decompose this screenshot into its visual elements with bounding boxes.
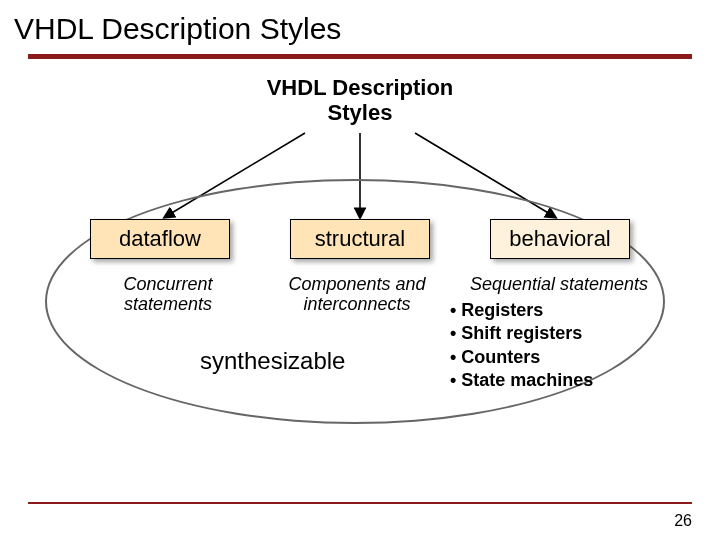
bullet-item: • Registers	[450, 299, 593, 322]
sub-structural: Components and interconnects	[272, 275, 442, 315]
bullet-text: Counters	[461, 347, 540, 367]
bullet-item: • State machines	[450, 369, 593, 392]
node-dataflow-label: dataflow	[119, 226, 201, 251]
bullet-item: • Counters	[450, 346, 593, 369]
page-number: 26	[674, 512, 692, 530]
bullet-item: • Shift registers	[450, 322, 593, 345]
node-behavioral-label: behavioral	[509, 226, 611, 251]
slide-title: VHDL Description Styles	[0, 0, 720, 54]
node-dataflow: dataflow	[90, 219, 230, 259]
synthesizable-label: synthesizable	[200, 347, 345, 375]
root-node-label: VHDL DescriptionStyles	[267, 75, 454, 126]
sub-dataflow: Concurrent statements	[98, 275, 238, 315]
diagram: VHDL DescriptionStyles dataflow structur…	[0, 59, 720, 459]
sub-behavioral: Sequential statements	[470, 275, 680, 295]
behavioral-bullets: • Registers • Shift registers • Counters…	[450, 299, 593, 393]
bottom-divider	[28, 502, 692, 504]
bullet-text: State machines	[461, 370, 593, 390]
node-behavioral: behavioral	[490, 219, 630, 259]
bullet-text: Shift registers	[461, 323, 582, 343]
node-structural: structural	[290, 219, 430, 259]
bullet-text: Registers	[461, 300, 543, 320]
node-structural-label: structural	[315, 226, 405, 251]
